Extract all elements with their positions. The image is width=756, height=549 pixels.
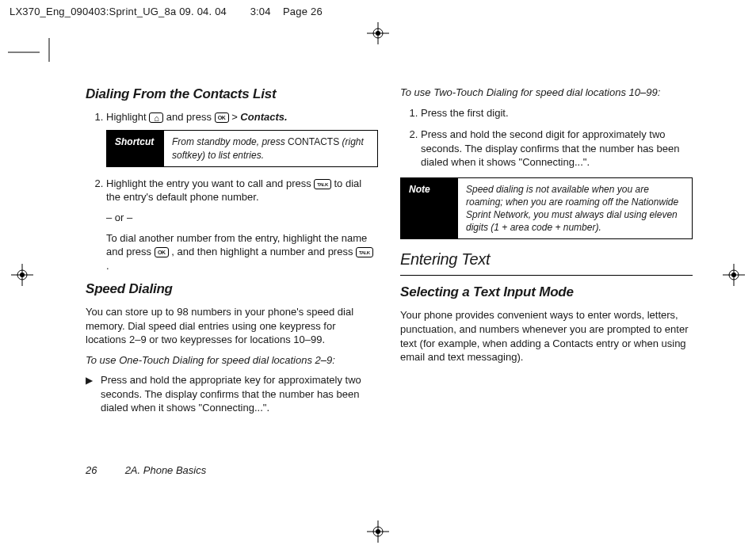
heading-speed-dialing: Speed Dialing xyxy=(86,280,378,299)
talk-icon xyxy=(356,247,373,257)
note-label: Note xyxy=(401,178,458,239)
home-icon xyxy=(149,112,163,123)
note-box: Note Speed dialing is not available when… xyxy=(400,177,693,240)
dialing-steps: Highlight and press > Contacts. Shortcut… xyxy=(86,110,378,273)
registration-mark-icon xyxy=(367,22,389,44)
step2-e: . xyxy=(106,260,109,272)
ok-icon xyxy=(215,112,229,123)
or-divider: – or – xyxy=(106,211,378,225)
heading-select-mode: Selecting a Text Input Mode xyxy=(400,284,693,302)
prepress-time: 3:04 xyxy=(250,6,271,17)
shortcut-text: From standby mode, press CONTACTS (right… xyxy=(164,131,377,166)
speed-para: You can store up to 98 numbers in your p… xyxy=(86,305,378,347)
two-touch-steps: Press the first digit. Press and hold th… xyxy=(400,106,693,170)
one-touch-heading: To use One-Touch Dialing for speed dial … xyxy=(86,353,378,368)
registration-mark-icon xyxy=(11,264,33,286)
svg-point-7 xyxy=(376,529,380,534)
page-footer: 26 2A. Phone Basics xyxy=(86,463,206,478)
shortcut-text-a: From standby mode, press xyxy=(172,136,288,147)
tt-step-2: Press and hold the second digit for appr… xyxy=(421,128,693,170)
arrow-icon: ▶ xyxy=(86,373,93,415)
heading-dialing-contacts: Dialing From the Contacts List xyxy=(86,86,378,104)
svg-point-3 xyxy=(376,31,380,36)
page-number: 26 xyxy=(86,463,122,478)
note-text: Speed dialing is not available when you … xyxy=(458,178,692,239)
step1-contacts: Contacts. xyxy=(240,111,287,123)
svg-point-15 xyxy=(731,273,736,277)
gt: > xyxy=(229,111,241,123)
prepress-header: LX370_Eng_090403:Sprint_UG_8a 09. 04. 04… xyxy=(10,5,746,19)
step-2: Highlight the entry you want to call and… xyxy=(106,177,378,273)
heading-entering-text: Entering Text xyxy=(400,249,693,270)
shortcut-text-b: CONTACTS xyxy=(288,136,339,147)
section-title: 2A. Phone Basics xyxy=(125,464,207,476)
svg-point-11 xyxy=(20,273,25,277)
two-touch-heading: To use Two-Touch Dialing for speed dial … xyxy=(400,86,693,100)
one-touch-text: Press and hold the appropriate key for a… xyxy=(101,373,378,415)
step1-text-a: Highlight xyxy=(106,111,149,123)
registration-mark-icon xyxy=(723,264,745,286)
one-touch-item: ▶ Press and hold the appropriate key for… xyxy=(86,373,378,415)
step2-alt: To dial another number from the entry, h… xyxy=(106,231,378,273)
crop-mark-icon xyxy=(8,38,55,74)
step-1: Highlight and press > Contacts. Shortcut… xyxy=(106,110,378,167)
step2-d: , and then highlight a number and press xyxy=(169,246,356,257)
shortcut-label: Shortcut xyxy=(107,131,164,166)
column-right: To use Two-Touch Dialing for speed dial … xyxy=(400,86,693,486)
step2-a: Highlight the entry you want to call and… xyxy=(106,177,314,189)
talk-icon xyxy=(314,179,331,189)
page-columns: Dialing From the Contacts List Highlight… xyxy=(86,86,693,486)
column-left: Dialing From the Contacts List Highlight… xyxy=(86,86,378,486)
select-para: Your phone provides convenient ways to e… xyxy=(400,308,693,364)
prepress-page: Page 26 xyxy=(283,6,323,17)
section-rule xyxy=(400,275,693,276)
shortcut-box: Shortcut From standby mode, press CONTAC… xyxy=(106,130,378,166)
tt-step-1: Press the first digit. xyxy=(421,106,693,120)
step1-text-b: and press xyxy=(163,111,214,123)
one-touch-list: ▶ Press and hold the appropriate key for… xyxy=(86,373,378,415)
prepress-filename: LX370_Eng_090403:Sprint_UG_8a 09. 04. 04 xyxy=(10,6,227,17)
registration-mark-icon xyxy=(367,520,389,543)
ok-icon xyxy=(155,247,169,257)
